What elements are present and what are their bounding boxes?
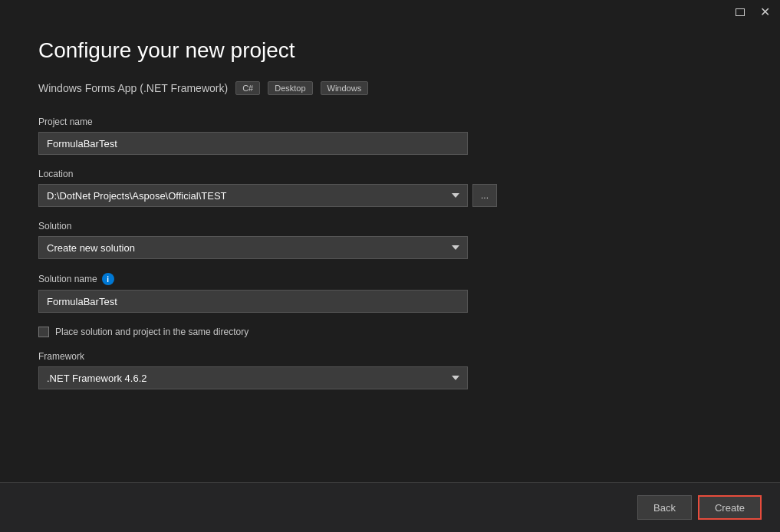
main-content: Configure your new project Windows Forms… [0,8,780,426]
tag-csharp: C# [235,81,260,95]
same-directory-row: Place solution and project in the same d… [38,327,742,337]
solution-select[interactable]: Create new solution Add to solution [38,236,468,259]
solution-name-input[interactable] [38,290,468,313]
page-title: Configure your new project [38,38,742,63]
solution-name-info-icon[interactable]: i [102,273,114,285]
solution-name-label: Solution name i [38,273,742,285]
solution-label: Solution [38,221,742,232]
solution-name-section: Solution name i [38,273,742,313]
location-select[interactable]: D:\DotNet Projects\Aspose\Official\TEST [38,184,468,207]
create-button[interactable]: Create [698,495,762,520]
back-button[interactable]: Back [637,495,692,520]
framework-label: Framework [38,351,742,362]
location-row: D:\DotNet Projects\Aspose\Official\TEST … [38,184,742,207]
close-icon: ✕ [760,6,770,18]
bottom-bar: Back Create [0,482,780,532]
project-type-label: Windows Forms App (.NET Framework) [38,82,228,94]
framework-section: Framework .NET Framework 4.6.2 .NET Fram… [38,351,742,389]
solution-section: Solution Create new solution Add to solu… [38,221,742,259]
tag-desktop: Desktop [268,81,312,95]
maximize-icon [736,8,745,16]
project-name-label: Project name [38,117,742,127]
close-button[interactable]: ✕ [759,6,771,18]
location-section: Location D:\DotNet Projects\Aspose\Offic… [38,169,742,207]
maximize-button[interactable] [734,6,746,18]
same-directory-label: Place solution and project in the same d… [55,327,248,337]
same-directory-checkbox[interactable] [38,327,49,337]
project-name-input[interactable] [38,132,468,155]
framework-select[interactable]: .NET Framework 4.6.2 .NET Framework 4.7 … [38,366,468,389]
tag-windows: Windows [321,81,369,95]
project-name-section: Project name [38,117,742,155]
title-bar: ✕ [725,0,780,25]
location-label: Location [38,169,742,179]
project-type-row: Windows Forms App (.NET Framework) C# De… [38,81,742,95]
browse-button[interactable]: ... [472,184,497,207]
